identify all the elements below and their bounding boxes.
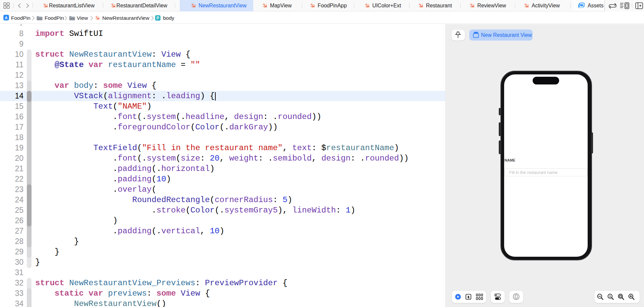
svg-text:A: A [5,16,7,20]
svg-text:1: 1 [609,294,611,298]
svg-text:P: P [156,15,159,20]
